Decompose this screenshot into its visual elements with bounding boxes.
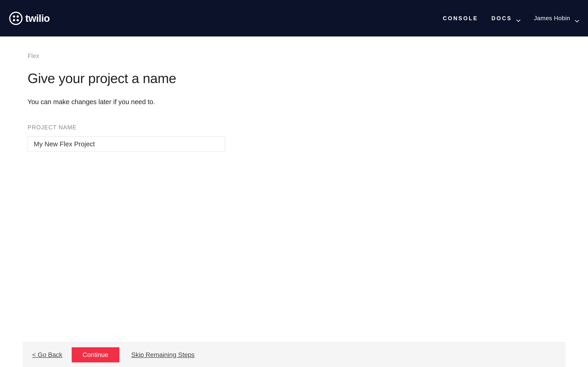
breadcrumb: Flex [27,52,561,60]
chevron-down-icon [516,17,521,20]
main-content: Flex Give your project a name You can ma… [0,36,588,152]
app-header: twilio CONSOLE DOCS James Hobin [0,0,588,36]
project-name-field-group: PROJECT NAME [27,124,561,152]
continue-button[interactable]: Continue [72,347,120,362]
nav-docs[interactable]: DOCS [491,15,520,22]
page-subtitle: You can make changes later if you need t… [27,98,561,106]
twilio-logo-text: twilio [25,13,50,24]
user-menu[interactable]: James Hobin [534,15,579,22]
project-name-input[interactable] [27,136,225,152]
page-title: Give your project a name [27,71,561,86]
user-name-label: James Hobin [534,15,570,22]
nav-console-label: CONSOLE [443,15,478,22]
twilio-logo-icon [9,12,23,25]
go-back-link[interactable]: < Go Back [32,351,62,359]
nav-console[interactable]: CONSOLE [443,15,478,22]
chevron-down-icon [575,17,579,20]
nav-docs-label: DOCS [491,15,512,22]
project-name-label: PROJECT NAME [27,124,561,131]
twilio-logo[interactable]: twilio [9,12,50,25]
footer-action-bar: < Go Back Continue Skip Remaining Steps [23,342,565,367]
skip-remaining-steps-link[interactable]: Skip Remaining Steps [131,351,195,359]
header-nav: CONSOLE DOCS James Hobin [443,15,579,22]
